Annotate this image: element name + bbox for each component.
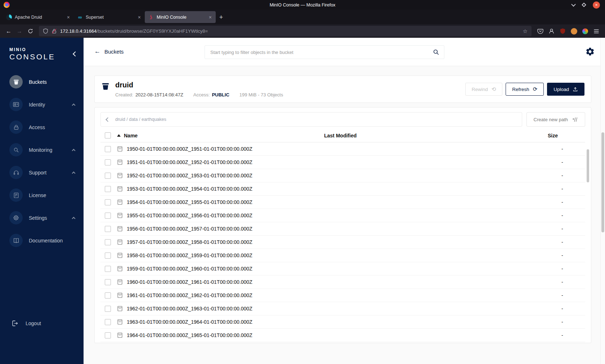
- sidebar-item-support[interactable]: Support: [0, 161, 84, 184]
- back-to-buckets-link[interactable]: ← Buckets: [94, 48, 124, 55]
- object-size: -: [531, 252, 585, 258]
- ublock-origin-icon[interactable]: [557, 26, 568, 36]
- page-scrollbar[interactable]: [600, 38, 605, 364]
- filter-objects-input[interactable]: [205, 50, 433, 55]
- row-checkbox[interactable]: [105, 239, 111, 245]
- object-row[interactable]: 1964-01-01T00:00:00.000Z_1965-01-01T00:0…: [100, 329, 585, 342]
- object-row[interactable]: 1955-01-01T00:00:00.000Z_1956-01-01T00:0…: [100, 209, 585, 222]
- sidebar-item-documentation[interactable]: Documentation: [0, 229, 84, 252]
- logout-label: Logout: [26, 320, 41, 326]
- row-checkbox[interactable]: [105, 306, 111, 312]
- object-row[interactable]: 1961-01-01T00:00:00.000Z_1962-01-01T00:0…: [100, 289, 585, 302]
- page-scrollbar-thumb[interactable]: [601, 132, 604, 232]
- sidebar-item-access[interactable]: Access: [0, 116, 84, 138]
- back-button[interactable]: ←: [4, 26, 14, 36]
- url-text[interactable]: 172.18.0.4:31664/buckets/druid/browse/ZG…: [60, 28, 208, 34]
- table-scrollbar-thumb[interactable]: [587, 149, 589, 182]
- upload-icon: [573, 87, 578, 92]
- license-icon: [9, 188, 23, 202]
- object-size: -: [531, 146, 585, 152]
- object-row[interactable]: 1957-01-01T00:00:00.000Z_1958-01-01T00:0…: [100, 236, 585, 249]
- tab-apache-druid[interactable]: Apache Druid ×: [3, 11, 74, 23]
- pocket-icon[interactable]: [535, 26, 546, 36]
- sidebar-item-identity[interactable]: Identity: [0, 93, 84, 116]
- object-name: 1963-01-01T00:00:00.000Z_1964-01-01T00:0…: [127, 319, 252, 325]
- profile-avatar[interactable]: [569, 26, 579, 36]
- window-close-button[interactable]: ×: [593, 1, 600, 9]
- row-checkbox[interactable]: [105, 173, 111, 179]
- row-checkbox[interactable]: [105, 279, 111, 285]
- bucket-name: druid: [115, 81, 283, 89]
- select-all-checkbox[interactable]: [105, 132, 111, 138]
- object-row[interactable]: 1953-01-01T00:00:00.000Z_1954-01-01T00:0…: [100, 182, 585, 196]
- window-minimize-icon[interactable]: [571, 2, 576, 7]
- url-host: 172.18.0.4:31664: [60, 28, 97, 34]
- sidebar-item-settings[interactable]: Settings: [0, 206, 84, 229]
- sidebar-menu: Buckets Identity Access Monitoring: [0, 70, 84, 252]
- sidebar-item-monitoring[interactable]: Monitoring: [0, 138, 84, 161]
- sidebar-item-label: Settings: [29, 215, 47, 221]
- sort-ascending-icon[interactable]: [117, 134, 121, 137]
- row-checkbox[interactable]: [105, 266, 111, 272]
- reload-button[interactable]: [25, 26, 35, 36]
- object-row[interactable]: 1963-01-01T00:00:00.000Z_1964-01-01T00:0…: [100, 315, 585, 329]
- object-size: -: [531, 266, 585, 272]
- upload-button[interactable]: Upload: [547, 83, 584, 96]
- breadcrumb-back-chevron-icon[interactable]: [106, 117, 110, 122]
- object-size: -: [531, 292, 585, 298]
- menu-hamburger-icon[interactable]: [591, 26, 601, 36]
- sidebar-item-label: Buckets: [29, 79, 47, 85]
- row-checkbox[interactable]: [105, 226, 111, 232]
- column-header-size[interactable]: Size: [531, 133, 585, 138]
- object-row[interactable]: 1950-01-01T00:00:00.000Z_1951-01-01T00:0…: [100, 142, 585, 156]
- refresh-button[interactable]: Refresh⟳: [506, 83, 544, 96]
- row-checkbox[interactable]: [105, 146, 111, 152]
- console-settings-gear-icon[interactable]: [585, 47, 595, 56]
- bookmark-star-icon[interactable]: ☆: [523, 28, 528, 35]
- forward-button[interactable]: →: [14, 26, 24, 36]
- object-name: 1961-01-01T00:00:00.000Z_1962-01-01T00:0…: [127, 292, 252, 298]
- sidebar-item-buckets[interactable]: Buckets: [0, 70, 84, 93]
- row-checkbox[interactable]: [105, 252, 111, 259]
- sidebar-item-logout[interactable]: Logout: [0, 312, 84, 335]
- firefox-icon: [4, 2, 10, 8]
- row-checkbox[interactable]: [105, 319, 111, 325]
- object-row[interactable]: 1956-01-01T00:00:00.000Z_1957-01-01T00:0…: [100, 222, 585, 236]
- breadcrumb-bar: druid / data / earthquakes: [100, 112, 522, 127]
- rewind-button[interactable]: Rewind⟲: [465, 83, 503, 96]
- object-row[interactable]: 1952-01-01T00:00:00.000Z_1953-01-01T00:0…: [100, 169, 585, 182]
- object-row[interactable]: 1960-01-01T00:00:00.000Z_1961-01-01T00:0…: [100, 276, 585, 289]
- row-checkbox[interactable]: [105, 292, 111, 299]
- account-icon[interactable]: [546, 26, 557, 36]
- url-bar[interactable]: 172.18.0.4:31664/buckets/druid/browse/ZG…: [39, 26, 532, 36]
- tab-superset[interactable]: ∞ Superset ×: [74, 11, 145, 23]
- tab-close-icon[interactable]: ×: [208, 14, 212, 20]
- column-header-name[interactable]: Name: [124, 133, 138, 138]
- object-row[interactable]: 1959-01-01T00:00:00.000Z_1960-01-01T00:0…: [100, 262, 585, 276]
- row-checkbox[interactable]: [105, 186, 111, 192]
- object-row[interactable]: 1954-01-01T00:00:00.000Z_1955-01-01T00:0…: [100, 196, 585, 209]
- object-row[interactable]: 1958-01-01T00:00:00.000Z_1959-01-01T00:0…: [100, 249, 585, 262]
- row-checkbox[interactable]: [105, 199, 111, 205]
- documentation-book-icon: [9, 234, 23, 247]
- row-checkbox[interactable]: [105, 159, 111, 165]
- column-header-last-modified[interactable]: Last Modified: [324, 133, 531, 138]
- row-checkbox[interactable]: [105, 213, 111, 219]
- object-row[interactable]: 1962-01-01T00:00:00.000Z_1963-01-01T00:0…: [100, 302, 585, 315]
- tracking-protection-shield-icon[interactable]: [43, 28, 48, 34]
- object-row[interactable]: 1951-01-01T00:00:00.000Z_1952-01-01T00:0…: [100, 156, 585, 169]
- window-maximize-icon[interactable]: [582, 3, 586, 7]
- sidebar-item-license[interactable]: License: [0, 184, 84, 206]
- logout-icon: [11, 319, 19, 327]
- new-tab-button[interactable]: +: [216, 12, 227, 23]
- connection-not-secure-icon[interactable]: [51, 28, 57, 34]
- tab-minio-console[interactable]: MinIO Console ×: [145, 11, 216, 23]
- tab-close-icon[interactable]: ×: [137, 14, 142, 20]
- row-checkbox[interactable]: [105, 332, 111, 338]
- sidebar-item-label: License: [29, 192, 46, 198]
- extension-pinwheel-icon[interactable]: [580, 26, 590, 36]
- tab-close-icon[interactable]: ×: [66, 14, 71, 20]
- browser-toolbar: ← → 172.18.0.4:31664/buckets/druid/brows…: [0, 24, 605, 38]
- monitoring-icon: [9, 143, 23, 156]
- create-new-path-button[interactable]: Create new path: [526, 112, 585, 127]
